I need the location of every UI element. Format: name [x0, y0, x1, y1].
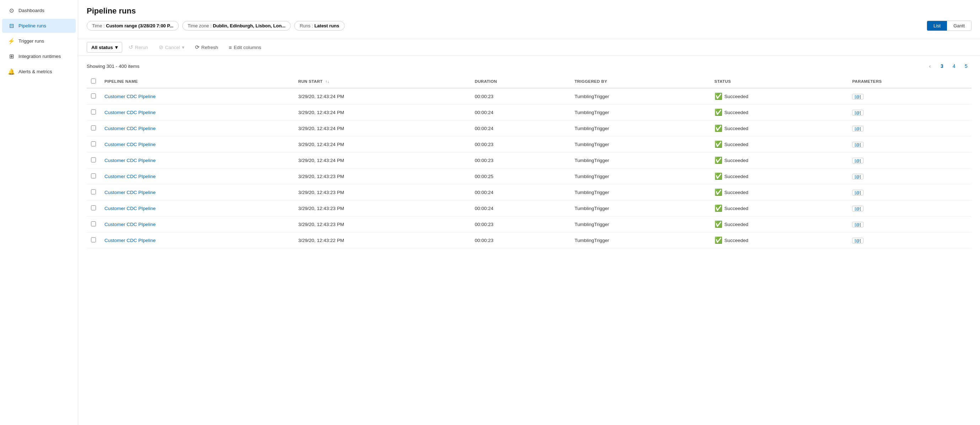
rerun-label: Rerun: [135, 45, 148, 50]
row-checkbox-6[interactable]: [91, 189, 96, 194]
refresh-icon: ⟳: [195, 44, 200, 51]
status-label: Succeeded: [724, 158, 749, 163]
pipeline-link-6[interactable]: Customer CDC PIpeline: [105, 190, 156, 195]
status-label: Succeeded: [724, 222, 749, 227]
pipeline-link-2[interactable]: Customer CDC PIpeline: [105, 126, 156, 131]
sidebar-item-alerts-metrics[interactable]: 🔔 Alerts & metrics: [2, 65, 76, 78]
row-checkbox-0[interactable]: [91, 94, 96, 99]
pipeline-link-4[interactable]: Customer CDC PIpeline: [105, 158, 156, 163]
sidebar-item-pipeline-runs[interactable]: ⊟ Pipeline runs: [2, 19, 76, 33]
params-button-2[interactable]: [@]: [852, 126, 863, 132]
sidebar-item-dashboards[interactable]: ⊙ Dashboards: [2, 3, 76, 18]
pipeline-link-7[interactable]: Customer CDC PIpeline: [105, 206, 156, 211]
select-all-checkbox[interactable]: [91, 78, 96, 83]
trigger-runs-icon: ⚡: [8, 38, 15, 45]
timezone-filter-value: Dublin, Edinburgh, Lisbon, Lon...: [213, 23, 285, 29]
row-checkbox-cell: [87, 201, 100, 216]
gantt-view-button[interactable]: Gantt: [947, 21, 971, 30]
pipeline-link-3[interactable]: Customer CDC PIpeline: [105, 142, 156, 147]
row-checkbox-1[interactable]: [91, 110, 96, 115]
row-duration: 00:00:24: [471, 185, 570, 201]
status-label: Succeeded: [724, 94, 749, 99]
time-filter-key: Time :: [92, 23, 106, 29]
pipeline-link-8[interactable]: Customer CDC PIpeline: [105, 222, 156, 227]
row-status: ✅ Succeeded: [710, 121, 848, 137]
row-parameters: [@]: [848, 105, 972, 121]
rerun-button[interactable]: ↺ Rerun: [124, 42, 153, 53]
row-triggered-by: TumblingTrigger: [570, 216, 710, 232]
row-checkbox-9[interactable]: [91, 237, 96, 242]
content-area: Showing 301 - 400 items ‹ 3 4 5 PIPELINE…: [78, 56, 980, 425]
table-row: Customer CDC PIpeline 3/29/20, 12:43:23 …: [87, 169, 972, 185]
page-5-button[interactable]: 5: [961, 61, 972, 72]
row-checkbox-cell: [87, 232, 100, 248]
status-dropdown[interactable]: All status ▾: [87, 42, 122, 53]
table-row: Customer CDC PIpeline 3/29/20, 12:43:23 …: [87, 201, 972, 216]
params-button-3[interactable]: [@]: [852, 142, 863, 148]
row-duration: 00:00:24: [471, 121, 570, 137]
row-pipeline-name: Customer CDC PIpeline: [100, 137, 294, 153]
prev-page-button[interactable]: ‹: [924, 61, 935, 72]
cancel-icon: ⊘: [159, 44, 164, 51]
row-pipeline-name: Customer CDC PIpeline: [100, 153, 294, 169]
row-triggered-by: TumblingTrigger: [570, 201, 710, 216]
row-parameters: [@]: [848, 185, 972, 201]
pipeline-link-9[interactable]: Customer CDC PIpeline: [105, 238, 156, 243]
sidebar-item-integration-runtimes[interactable]: ⊞ Integration runtimes: [2, 49, 76, 63]
showing-text: Showing 301 - 400 items: [87, 64, 140, 69]
success-icon: ✅: [714, 156, 722, 164]
params-button-6[interactable]: [@]: [852, 190, 863, 196]
filter-bar: Time : Custom range (3/28/20 7:00 P... T…: [87, 21, 972, 31]
row-checkbox-3[interactable]: [91, 142, 96, 146]
runs-filter[interactable]: Runs : Latest runs: [294, 21, 344, 30]
page-4-button[interactable]: 4: [949, 61, 959, 72]
params-button-9[interactable]: [@]: [852, 238, 863, 244]
pipeline-link-5[interactable]: Customer CDC PIpeline: [105, 174, 156, 179]
list-view-button[interactable]: List: [927, 21, 947, 30]
row-checkbox-7[interactable]: [91, 205, 96, 210]
row-checkbox-cell: [87, 216, 100, 232]
row-status: ✅ Succeeded: [710, 88, 848, 105]
success-icon: ✅: [714, 172, 722, 180]
status-label: Succeeded: [724, 174, 749, 179]
params-button-4[interactable]: [@]: [852, 158, 863, 164]
row-run-start: 3/29/20, 12:43:24 PM: [294, 153, 471, 169]
col-run-start[interactable]: RUN START ↑↓: [294, 75, 471, 88]
row-duration: 00:00:23: [471, 232, 570, 248]
row-checkbox-5[interactable]: [91, 174, 96, 178]
row-checkbox-8[interactable]: [91, 221, 96, 226]
sidebar-item-trigger-runs[interactable]: ⚡ Trigger runs: [2, 34, 76, 48]
row-status: ✅ Succeeded: [710, 201, 848, 216]
col-parameters: PARAMETERS: [848, 75, 972, 88]
page-3-button[interactable]: 3: [937, 61, 947, 72]
success-icon: ✅: [714, 188, 722, 196]
pipeline-link-0[interactable]: Customer CDC PIpeline: [105, 94, 156, 99]
row-status: ✅ Succeeded: [710, 216, 848, 232]
params-button-8[interactable]: [@]: [852, 222, 863, 228]
timezone-filter[interactable]: Time zone : Dublin, Edinburgh, Lisbon, L…: [182, 21, 291, 30]
row-pipeline-name: Customer CDC PIpeline: [100, 185, 294, 201]
refresh-button[interactable]: ⟳ Refresh: [191, 42, 223, 53]
params-button-0[interactable]: [@]: [852, 94, 863, 100]
time-filter[interactable]: Time : Custom range (3/28/20 7:00 P...: [87, 21, 179, 30]
dashboards-icon: ⊙: [8, 7, 15, 14]
row-checkbox-2[interactable]: [91, 126, 96, 131]
col-status: STATUS: [710, 75, 848, 88]
cancel-button[interactable]: ⊘ Cancel ▾: [154, 42, 189, 53]
params-button-7[interactable]: [@]: [852, 206, 863, 212]
params-button-1[interactable]: [@]: [852, 110, 863, 116]
col-triggered-by: TRIGGERED BY: [570, 75, 710, 88]
row-status: ✅ Succeeded: [710, 232, 848, 248]
row-checkbox-4[interactable]: [91, 158, 96, 162]
sidebar-item-label-alerts-metrics: Alerts & metrics: [19, 69, 52, 74]
params-button-5[interactable]: [@]: [852, 174, 863, 180]
pipeline-link-1[interactable]: Customer CDC PIpeline: [105, 110, 156, 115]
row-duration: 00:00:24: [471, 201, 570, 216]
cancel-label: Cancel: [165, 45, 180, 50]
row-checkbox-cell: [87, 121, 100, 137]
row-parameters: [@]: [848, 232, 972, 248]
col-duration: DURATION: [471, 75, 570, 88]
status-label: Succeeded: [724, 142, 749, 147]
row-status: ✅ Succeeded: [710, 185, 848, 201]
edit-columns-button[interactable]: ≡ Edit columns: [224, 42, 266, 53]
